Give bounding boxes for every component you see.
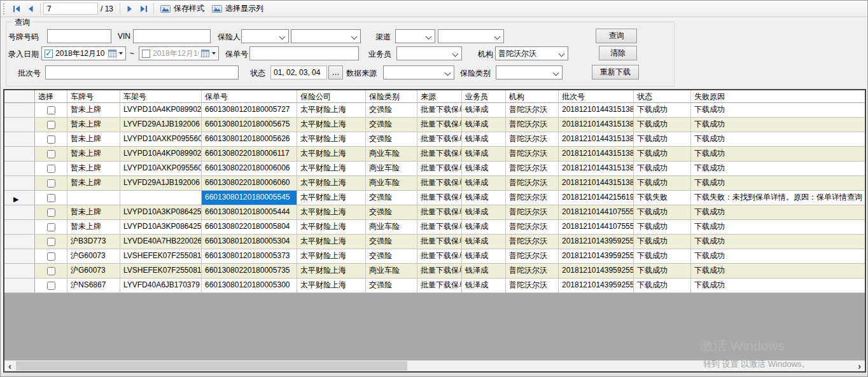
row-checkbox[interactable] bbox=[47, 179, 55, 188]
cell-source[interactable]: 批量下载保单 bbox=[417, 147, 462, 161]
cell-source[interactable]: 批量下载保单 bbox=[417, 278, 462, 292]
cell-status[interactable]: 下载成功 bbox=[634, 235, 691, 249]
column-header-plate[interactable]: 车牌号 bbox=[67, 90, 120, 102]
cell-batch[interactable]: 201812101439592559 bbox=[559, 264, 634, 278]
cell-category[interactable]: 交强险 bbox=[366, 205, 417, 219]
cell-company[interactable]: 太平财险上海 bbox=[297, 278, 366, 292]
cell-policy[interactable]: 66013080120180005727 bbox=[202, 103, 297, 117]
cell-vin[interactable]: LVSHEFEK07F255081 bbox=[120, 249, 202, 263]
vin-input[interactable] bbox=[133, 29, 211, 43]
cell-category[interactable]: 交强险 bbox=[366, 235, 417, 249]
row-header[interactable]: ▶ bbox=[4, 191, 35, 205]
cell-policy[interactable]: 66013080220180006060 bbox=[202, 176, 297, 190]
row-checkbox[interactable] bbox=[47, 209, 55, 217]
cell-company[interactable]: 太平财险上海 bbox=[297, 161, 366, 175]
row-checkbox[interactable] bbox=[47, 106, 55, 114]
cell-source[interactable]: 批量下载保单 bbox=[417, 205, 462, 219]
insurer-select-2[interactable] bbox=[291, 29, 361, 43]
cell-batch[interactable]: 201812101443151380 bbox=[559, 176, 634, 190]
cell-reason[interactable]: 下载成功 bbox=[691, 235, 865, 249]
scrollbar-thumb[interactable] bbox=[16, 361, 407, 371]
cell-company[interactable]: 太平财险上海 bbox=[297, 264, 366, 278]
row-checkbox[interactable] bbox=[47, 238, 55, 246]
row-header[interactable] bbox=[4, 220, 35, 234]
column-header-batch[interactable]: 批次号 bbox=[559, 90, 634, 102]
cell-category[interactable]: 商业车险 bbox=[366, 161, 417, 175]
cell-reason[interactable]: 下载成功 bbox=[691, 220, 865, 234]
cell-company[interactable]: 太平财险上海 bbox=[297, 205, 366, 219]
cell-policy[interactable]: 66013080120180005300 bbox=[202, 278, 297, 292]
cell-org[interactable]: 普陀沃尔沃 bbox=[506, 278, 559, 292]
cell-category[interactable]: 商业车险 bbox=[366, 220, 417, 234]
cell-policy[interactable]: 66013080120180005444 bbox=[202, 205, 297, 219]
plate-input[interactable] bbox=[47, 29, 111, 43]
cell-plate[interactable]: 暂未上牌 bbox=[67, 103, 120, 117]
cell-org[interactable]: 普陀沃尔沃 bbox=[506, 205, 559, 219]
cell-category[interactable]: 交强险 bbox=[366, 191, 417, 205]
cell-category[interactable]: 交强险 bbox=[366, 132, 417, 146]
cell-source[interactable]: 批量下载保单 bbox=[417, 220, 462, 234]
cell-source[interactable]: 批量下载保单 bbox=[417, 264, 462, 278]
row-checkbox[interactable] bbox=[47, 223, 55, 231]
cell-batch[interactable]: 201812101443151380 bbox=[559, 161, 634, 175]
cell-agent[interactable]: 钱泽成 bbox=[462, 220, 506, 234]
column-header-agent[interactable]: 业务员 bbox=[462, 90, 506, 102]
cell-policy[interactable]: 66013080220180005735 bbox=[202, 264, 297, 278]
calendar-icon[interactable] bbox=[201, 50, 209, 57]
column-header-source[interactable]: 来源 bbox=[417, 90, 462, 102]
datasource-select[interactable] bbox=[383, 65, 454, 79]
cell-source[interactable]: 批量下载保单 bbox=[417, 118, 462, 132]
cell-policy[interactable]: 66013080120180005304 bbox=[202, 235, 297, 249]
cell-company[interactable]: 太平财险上海 bbox=[297, 147, 366, 161]
cell-org[interactable]: 普陀沃尔沃 bbox=[506, 249, 559, 263]
cell-category[interactable]: 交强险 bbox=[366, 278, 417, 292]
row-header[interactable] bbox=[4, 118, 35, 132]
cell-vin[interactable]: LYVDE40A7HB220026 bbox=[120, 235, 202, 249]
cell-status[interactable]: 下载成功 bbox=[634, 161, 691, 175]
cell-status[interactable]: 下载成功 bbox=[634, 103, 691, 117]
redownload-button[interactable]: 重新下载 bbox=[592, 65, 639, 79]
cell-status[interactable]: 下载成功 bbox=[634, 176, 691, 190]
cell-status[interactable]: 下载成功 bbox=[634, 147, 691, 161]
column-header-policy[interactable]: 保单号 bbox=[202, 90, 297, 102]
row-header[interactable] bbox=[4, 278, 35, 292]
cell-plate[interactable]: 暂未上牌 bbox=[67, 147, 120, 161]
cell-plate[interactable]: 暂未上牌 bbox=[67, 132, 120, 146]
batch-input[interactable] bbox=[45, 65, 239, 79]
row-header[interactable] bbox=[4, 103, 35, 117]
cell-policy[interactable]: 66013080120180005545 bbox=[202, 191, 297, 205]
cell-plate[interactable]: 暂未上牌 bbox=[67, 220, 120, 234]
save-style-button[interactable]: 保存样式 bbox=[157, 2, 208, 16]
column-header-check[interactable]: 选择 bbox=[35, 90, 67, 102]
cell-batch[interactable]: 201812101439592559 bbox=[559, 235, 634, 249]
row-header[interactable] bbox=[4, 264, 35, 278]
row-header[interactable] bbox=[4, 235, 35, 249]
row-header[interactable] bbox=[4, 147, 35, 161]
cell-reason[interactable]: 下载成功 bbox=[691, 249, 865, 263]
cell-category[interactable]: 商业车险 bbox=[366, 176, 417, 190]
cell-source[interactable]: 批量下载保单 bbox=[417, 235, 462, 249]
cell-source[interactable]: 批量下载保单 bbox=[417, 132, 462, 146]
cell-reason[interactable]: 下载成功 bbox=[691, 161, 865, 175]
cell-company[interactable]: 太平财险上海 bbox=[297, 220, 366, 234]
date-from-checkbox[interactable] bbox=[45, 50, 53, 58]
cell-org[interactable]: 普陀沃尔沃 bbox=[506, 220, 559, 234]
cell-vin[interactable]: LVYPD10A4KP089902 bbox=[120, 103, 202, 117]
cell-vin[interactable]: LVYPD10A3KP086425 bbox=[120, 205, 202, 219]
column-header-reason[interactable]: 失败原因 bbox=[691, 90, 865, 102]
cell-org[interactable]: 普陀沃尔沃 bbox=[506, 103, 559, 117]
date-to-picker[interactable]: 2018年12月10日 bbox=[139, 46, 219, 60]
cell-company[interactable]: 太平财险上海 bbox=[297, 132, 366, 146]
cell-plate[interactable]: 暂未上牌 bbox=[67, 118, 120, 132]
cell-batch[interactable]: 201812101439592559 bbox=[559, 249, 634, 263]
policy-input[interactable] bbox=[249, 46, 359, 60]
cell-org[interactable]: 普陀沃尔沃 bbox=[506, 264, 559, 278]
row-checkbox[interactable] bbox=[47, 121, 55, 129]
row-header[interactable] bbox=[4, 161, 35, 175]
column-header-org[interactable]: 机构 bbox=[506, 90, 559, 102]
cell-source[interactable]: 批量下载保单 bbox=[417, 191, 462, 205]
insurer-select-1[interactable] bbox=[241, 29, 289, 43]
cell-org[interactable]: 普陀沃尔沃 bbox=[506, 191, 559, 205]
scroll-left-button[interactable]: ‹ bbox=[4, 360, 15, 371]
cell-org[interactable]: 普陀沃尔沃 bbox=[506, 161, 559, 175]
